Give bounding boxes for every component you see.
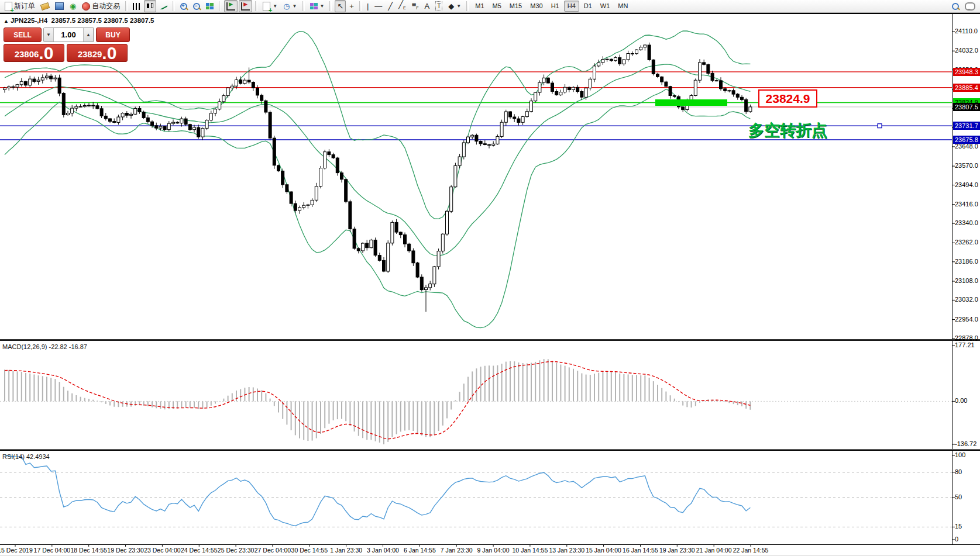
volume-decrease-button[interactable]: ▼ <box>44 28 54 42</box>
toolbar-separator <box>219 1 221 11</box>
volume-increase-button[interactable]: ▲ <box>83 28 94 42</box>
zoom-out-button[interactable]: − <box>191 0 202 12</box>
toolbar-separator <box>125 1 128 11</box>
rsi-panel[interactable] <box>0 451 980 544</box>
trendline-tool[interactable]: ╱ <box>386 0 395 12</box>
periods-dropdown[interactable]: ◷▼ <box>281 0 299 12</box>
timeframe-m15[interactable]: M15 <box>506 1 525 12</box>
toolbar-separator <box>173 1 175 11</box>
arrows-dropdown[interactable]: ◆▼ <box>446 0 463 12</box>
one-click-trading-panel: SELL ▼ 1.00 ▲ BUY 23806.0 23829.0 <box>4 27 130 62</box>
timeframe-h1[interactable]: H1 <box>548 1 563 12</box>
text-label-tool[interactable]: T <box>433 0 445 12</box>
dropdown-arrow-icon: ▼ <box>456 4 461 9</box>
main-chart-plot[interactable] <box>0 14 980 339</box>
line-chart-button[interactable] <box>157 0 170 12</box>
date-label: 13 Jan 23:30 <box>549 547 584 554</box>
date-label: 24 Dec 14:55 <box>181 547 217 554</box>
toolbar-separator <box>329 1 332 11</box>
vertical-line-tool[interactable]: | <box>365 0 371 12</box>
price-callout-label[interactable]: 23824.9 <box>758 89 817 108</box>
date-label: 23 Dec 04:00 <box>144 547 180 554</box>
date-label: 30 Dec 14:55 <box>291 547 328 554</box>
macd-panel[interactable] <box>0 341 980 449</box>
turning-point-annotation[interactable]: 多空转折点 <box>748 120 827 141</box>
buy-button[interactable]: BUY <box>96 27 130 42</box>
sell-price-display[interactable]: 23806.0 <box>4 44 64 62</box>
buy-price-display[interactable]: 23829.0 <box>67 44 128 62</box>
new-order-button[interactable]: + 新订单 <box>2 0 37 12</box>
timeframe-m1[interactable]: M1 <box>472 1 487 12</box>
date-label: 19 Dec 23:30 <box>107 547 143 554</box>
horizontal-line-tool[interactable]: — <box>372 0 384 12</box>
rsi-plot[interactable] <box>0 451 980 544</box>
candlestick-icon <box>146 2 154 10</box>
date-label: 17 Dec 04:00 <box>34 547 70 554</box>
macd-label: MACD(12,26,9) -22.82 -16.87 <box>2 343 87 350</box>
green-highlight-bar <box>655 99 727 106</box>
chart-shift-button[interactable]: ▶ <box>239 0 252 12</box>
main-plot-group <box>0 31 952 328</box>
date-label: 21 Jan 04:00 <box>696 547 732 554</box>
crosshair-icon: + <box>349 2 354 11</box>
line-chart-icon <box>160 3 167 9</box>
cursor-tool-button[interactable]: ↖ <box>335 0 346 12</box>
indicators-dropdown[interactable]: +▼ <box>260 0 280 12</box>
timeframe-mn[interactable]: MN <box>614 1 631 12</box>
tile-windows-button[interactable] <box>204 0 216 12</box>
bar-chart-button[interactable] <box>130 0 143 12</box>
time-axis[interactable]: 15 Dec 201917 Dec 04:0018 Dec 14:5519 De… <box>0 544 980 555</box>
profiles-icon <box>55 2 64 10</box>
subwindow-marker-icon: ▲ <box>4 18 9 24</box>
bar-chart-icon <box>133 3 140 10</box>
chart-symbol-period: JPN225-,H4 <box>11 17 47 24</box>
new-order-label: 新订单 <box>14 1 35 11</box>
timeframe-h4[interactable]: H4 <box>564 1 579 12</box>
date-label: 1 Jan 23:30 <box>330 547 362 554</box>
zoom-out-icon: − <box>193 3 200 10</box>
indicators-icon: + <box>263 2 270 11</box>
search-button[interactable] <box>950 0 961 12</box>
sell-price-main: 23806 <box>15 48 39 61</box>
volume-stepper: ▼ 1.00 ▲ <box>43 27 94 42</box>
autotrading-icon <box>82 2 90 11</box>
signals-button[interactable]: ◉ <box>67 0 78 12</box>
line-selection-handle <box>878 124 882 128</box>
macd-signal-line <box>5 361 750 438</box>
community-chat-button[interactable] <box>962 0 978 12</box>
eraser-button[interactable] <box>39 0 51 12</box>
dropdown-arrow-icon: ▼ <box>293 4 297 9</box>
autotrading-button[interactable]: 自动交易 <box>80 0 122 12</box>
sell-button[interactable]: SELL <box>4 27 42 42</box>
horizontal-line-icon: — <box>374 2 382 11</box>
new-order-icon: + <box>5 2 12 11</box>
text-label-icon: T <box>435 1 442 11</box>
macd-plot[interactable] <box>0 341 980 449</box>
toolbar-separator <box>359 1 362 11</box>
zoom-in-button[interactable]: + <box>178 0 190 12</box>
templates-dropdown[interactable]: ▼ <box>308 0 327 12</box>
zoom-in-icon: + <box>180 3 187 10</box>
volume-value[interactable]: 1.00 <box>54 28 83 42</box>
date-label: 22 Jan 14:55 <box>733 547 769 554</box>
profiles-button[interactable] <box>53 0 66 12</box>
fibonacci-tool[interactable]: ≡F <box>410 0 421 12</box>
bollinger-band-line <box>5 64 750 256</box>
timeframe-d1[interactable]: D1 <box>580 1 596 12</box>
date-label: 18 Dec 14:55 <box>70 547 106 554</box>
date-label: 25 Dec 23:30 <box>218 547 254 554</box>
timeframe-w1[interactable]: W1 <box>597 1 614 12</box>
timeframe-m30[interactable]: M30 <box>527 1 546 12</box>
mt4-window: { "toolbar": { "new_order": "新订单", "auto… <box>0 0 980 556</box>
channel-icon: ╱E <box>398 0 406 12</box>
date-label: 16 Jan 14:55 <box>623 547 658 554</box>
channel-tool[interactable]: ╱E <box>396 0 408 12</box>
auto-scroll-button[interactable]: ▶ <box>224 0 238 12</box>
timeframe-m5[interactable]: M5 <box>489 1 505 12</box>
main-price-panel[interactable] <box>0 14 980 339</box>
autotrading-label: 自动交易 <box>92 1 120 11</box>
date-label: 15 Dec 2019 <box>0 547 33 554</box>
candlestick-chart-button[interactable] <box>144 0 156 12</box>
crosshair-tool-button[interactable]: + <box>347 0 356 12</box>
text-tool[interactable]: A <box>422 0 432 12</box>
